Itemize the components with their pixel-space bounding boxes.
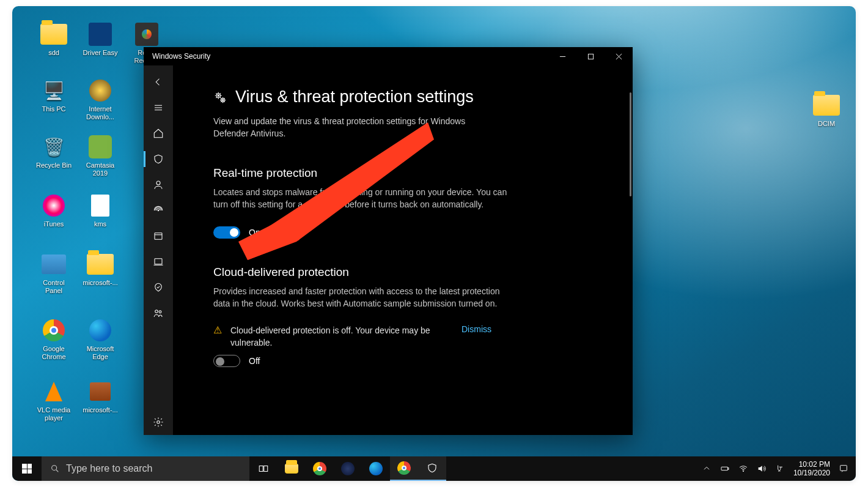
svg-rect-9 xyxy=(155,233,162,240)
realtime-desc: Locates and stops malware from installin… xyxy=(213,186,513,210)
system-tray[interactable]: 10:02 PM 10/19/2020 xyxy=(694,456,856,481)
icon-label: microsoft-... xyxy=(78,406,122,414)
start-button[interactable] xyxy=(12,456,42,481)
desktop-icon-recycle-bin[interactable]: 🗑️ Recycle Bin xyxy=(32,135,76,169)
desktop-icon-dcim[interactable]: DCIM xyxy=(804,93,848,128)
minimize-button[interactable] xyxy=(548,47,576,65)
language-icon[interactable] xyxy=(775,464,785,474)
menu-button[interactable] xyxy=(144,95,173,121)
svg-rect-29 xyxy=(840,466,847,471)
volume-icon[interactable] xyxy=(757,464,767,474)
cloud-toggle[interactable] xyxy=(213,355,240,367)
nav-device-security[interactable] xyxy=(144,249,173,275)
search-placeholder: Type here to search xyxy=(66,463,152,474)
taskbar-explorer[interactable] xyxy=(278,456,306,481)
svg-rect-26 xyxy=(721,467,728,470)
page-title-row: Virus & threat protection settings xyxy=(213,87,596,106)
battery-icon[interactable] xyxy=(720,464,730,474)
nav-app-browser[interactable] xyxy=(144,223,173,249)
desktop-icon-driver-easy[interactable]: Driver Easy xyxy=(78,22,122,57)
cloud-toggle-label: Off xyxy=(249,356,260,366)
svg-point-7 xyxy=(156,181,160,185)
icon-label: Google Chrome xyxy=(32,345,76,361)
desktop-icon-kms[interactable]: kms xyxy=(78,193,122,228)
icon-label: microsoft-... xyxy=(78,279,122,287)
back-button[interactable] xyxy=(144,69,173,95)
taskbar-chrome[interactable] xyxy=(306,456,334,481)
icon-label: Camtasia 2019 xyxy=(78,162,122,177)
svg-point-28 xyxy=(743,470,743,471)
cloud-desc: Provides increased and faster protection… xyxy=(213,285,513,310)
icon-label: Recycle Bin xyxy=(32,162,76,169)
desktop-icon-control-panel[interactable]: Control Panel xyxy=(32,252,76,295)
nav-family[interactable] xyxy=(144,300,173,326)
taskbar: Type here to search 10:02 PM 10/19/2020 xyxy=(12,456,856,481)
icon-label: DCIM xyxy=(804,120,848,128)
desktop-icon-sdd[interactable]: sdd xyxy=(32,22,76,57)
icon-label: Microsoft Edge xyxy=(78,345,122,361)
taskbar-edge[interactable] xyxy=(362,456,390,481)
nav-firewall[interactable] xyxy=(144,198,173,223)
realtime-toggle-label: On xyxy=(249,228,260,237)
clock-time: 10:02 PM xyxy=(793,460,830,469)
icon-label: Internet Downlo... xyxy=(78,105,122,121)
icon-label: Control Panel xyxy=(32,279,76,295)
svg-rect-27 xyxy=(728,468,729,470)
realtime-heading: Real-time protection xyxy=(213,166,596,180)
taskbar-chrome-active[interactable] xyxy=(390,456,418,481)
close-button[interactable] xyxy=(605,47,633,65)
task-view-button[interactable] xyxy=(249,456,278,481)
desktop-icon-vlc[interactable]: VLC media player xyxy=(32,379,76,422)
svg-rect-25 xyxy=(264,466,268,472)
windows-logo-icon xyxy=(22,464,32,474)
svg-point-8 xyxy=(158,210,159,211)
icon-label: VLC media player xyxy=(32,406,76,422)
nav-settings[interactable] xyxy=(144,409,173,435)
wifi-icon[interactable] xyxy=(738,464,748,474)
icon-label: kms xyxy=(78,220,122,228)
settings-icon xyxy=(213,91,227,104)
desktop-icon-idm[interactable]: Internet Downlo... xyxy=(78,78,122,121)
svg-rect-24 xyxy=(259,466,263,472)
svg-point-15 xyxy=(157,421,160,424)
cloud-warning-text: Cloud-delivered protection is off. Your … xyxy=(230,324,451,349)
nav-account[interactable] xyxy=(144,172,173,198)
icon-label: iTunes xyxy=(32,220,76,228)
window-title: Windows Security xyxy=(144,52,210,61)
taskbar-app-blue[interactable] xyxy=(334,456,362,481)
icon-label: This PC xyxy=(32,105,76,113)
page-subtitle: View and update the virus & threat prote… xyxy=(213,115,495,139)
icon-label: Driver Easy xyxy=(78,49,122,57)
taskbar-windows-security[interactable] xyxy=(418,456,446,481)
clock-date: 10/19/2020 xyxy=(793,469,830,477)
nav-home[interactable] xyxy=(144,121,173,146)
clock[interactable]: 10:02 PM 10/19/2020 xyxy=(793,460,830,477)
desktop-icon-microsoft2[interactable]: microsoft-... xyxy=(78,379,122,414)
nav-virus-threat[interactable] xyxy=(144,146,173,172)
titlebar[interactable]: Windows Security xyxy=(144,47,633,65)
realtime-toggle[interactable] xyxy=(213,226,240,239)
svg-line-23 xyxy=(56,470,58,472)
desktop-icon-chrome[interactable]: Google Chrome xyxy=(32,318,76,361)
action-center-icon[interactable] xyxy=(839,464,848,474)
scrollbar-thumb[interactable] xyxy=(630,92,631,196)
page-title: Virus & threat protection settings xyxy=(235,87,474,106)
desktop-icon-microsoft1[interactable]: microsoft-... xyxy=(78,252,122,287)
svg-point-14 xyxy=(159,311,161,313)
icon-label: sdd xyxy=(32,49,76,57)
search-icon xyxy=(50,464,60,474)
svg-rect-11 xyxy=(155,259,162,264)
cloud-heading: Cloud-delivered protection xyxy=(213,266,596,279)
svg-point-19 xyxy=(223,99,224,100)
desktop-icon-camtasia[interactable]: Camtasia 2019 xyxy=(78,135,122,177)
nav-rail xyxy=(144,65,173,435)
dismiss-link[interactable]: Dismiss xyxy=(462,324,491,334)
nav-device-performance[interactable] xyxy=(144,275,173,300)
desktop-icon-this-pc[interactable]: 🖥️ This PC xyxy=(32,78,76,113)
tray-chevron-up-icon[interactable] xyxy=(702,464,712,474)
desktop-icon-edge[interactable]: Microsoft Edge xyxy=(78,318,122,361)
taskbar-search[interactable]: Type here to search xyxy=(42,456,249,481)
maximize-button[interactable] xyxy=(576,47,605,65)
desktop-icon-itunes[interactable]: iTunes xyxy=(32,193,76,228)
svg-rect-1 xyxy=(588,54,593,59)
